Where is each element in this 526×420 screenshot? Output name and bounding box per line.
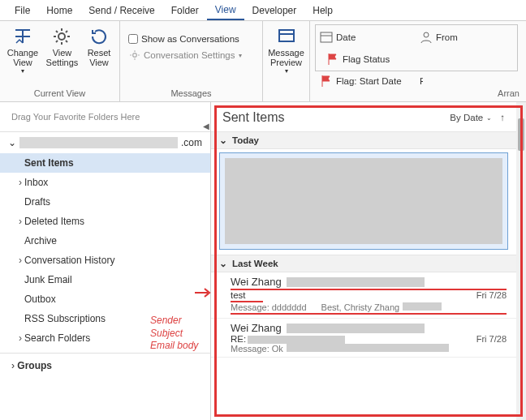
- flag-icon: [326, 53, 339, 66]
- sort-control[interactable]: By Date ⌄ ↑: [450, 113, 505, 122]
- show-conversations-checkbox[interactable]: Show as Conversations: [125, 32, 257, 45]
- gear-icon: [129, 49, 140, 61]
- redacted: [287, 344, 449, 352]
- flag-icon: [320, 75, 333, 88]
- annotation-labels: Sender Subject Email body: [150, 315, 198, 353]
- svg-point-4: [424, 32, 429, 37]
- menu-help[interactable]: Help: [304, 2, 341, 19]
- scrollbar-thumb[interactable]: [518, 118, 524, 151]
- menu-file[interactable]: File: [6, 2, 38, 19]
- folder-deleted[interactable]: ›Deleted Items: [0, 212, 210, 231]
- reset-view-button[interactable]: Reset View: [84, 24, 114, 87]
- chevron-down-icon: ⌄: [8, 137, 16, 148]
- gear-icon: [52, 27, 71, 46]
- view-settings-button[interactable]: View Settings: [44, 24, 80, 87]
- annotation-arrow-icon: [195, 287, 213, 298]
- calendar-icon: [320, 31, 333, 44]
- folder-drafts[interactable]: Drafts: [0, 192, 210, 212]
- message-list: Sent Items By Date ⌄ ↑ ⌄ Today ⌄ Last We…: [211, 102, 516, 420]
- redacted-content: [225, 158, 502, 244]
- message-item-selected[interactable]: [219, 152, 508, 250]
- collapse-handle[interactable]: ◀: [203, 122, 211, 130]
- favorites-placeholder[interactable]: Drag Your Favorite Folders Here: [0, 102, 210, 132]
- folder-archive[interactable]: Archive: [0, 231, 210, 251]
- message-preview: Message: Ok: [231, 344, 507, 354]
- message-preview: Message: ddddddd Best, Christy Zhang: [231, 302, 507, 312]
- menu-developer[interactable]: Developer: [244, 2, 305, 19]
- message-item[interactable]: Wei Zhang RE:Fri 7/28 Message: Ok: [211, 319, 516, 358]
- folder-inbox[interactable]: ›Inbox: [0, 173, 210, 192]
- redacted: [403, 302, 442, 311]
- reset-icon: [89, 27, 109, 46]
- message-sender: Wei Zhang: [231, 322, 282, 334]
- group-last-week[interactable]: ⌄ Last Week: [211, 255, 516, 272]
- ribbon: Change View ▾ View Settings Reset View C…: [0, 21, 526, 102]
- svg-point-1: [133, 54, 137, 58]
- group-label-arrangement: Arran: [315, 87, 521, 98]
- arrangement-gallery[interactable]: Date From To Flag Status Flag: Start Dat…: [315, 24, 518, 71]
- conversation-settings-button[interactable]: Conversation Settings ▾: [125, 47, 257, 63]
- message-date: Fri 7/28: [476, 334, 507, 344]
- group-today[interactable]: ⌄ Today: [211, 131, 516, 149]
- message-preview-button[interactable]: Message Preview ▾: [268, 24, 304, 96]
- svg-rect-2: [279, 30, 294, 41]
- chevron-down-icon: ▾: [239, 52, 242, 59]
- account-header[interactable]: ⌄ .com: [0, 132, 210, 153]
- menu-bar: File Home Send / Receive Folder View Dev…: [0, 0, 526, 21]
- chevron-down-icon: ⌄: [486, 114, 492, 122]
- folder-conv-history[interactable]: ›Conversation History: [0, 251, 210, 270]
- groups-header[interactable]: › Groups: [0, 354, 210, 376]
- redacted: [287, 324, 425, 333]
- menu-send-receive[interactable]: Send / Receive: [80, 2, 162, 19]
- list-title: Sent Items: [222, 110, 450, 125]
- chevron-right-icon: ›: [16, 255, 24, 266]
- svg-rect-3: [321, 32, 332, 42]
- person-icon: [420, 31, 433, 44]
- chevron-down-icon: ▾: [285, 67, 288, 75]
- chevron-down-icon: ⌄: [219, 135, 227, 146]
- arrange-date[interactable]: Date: [317, 26, 416, 48]
- chevron-down-icon: ▾: [21, 67, 24, 75]
- message-subject: test: [231, 290, 476, 300]
- message-subject: RE:: [231, 334, 476, 344]
- redacted: [287, 277, 425, 287]
- menu-home[interactable]: Home: [38, 2, 80, 19]
- folder-junk[interactable]: Junk Email: [0, 270, 210, 289]
- chevron-right-icon: ›: [16, 177, 24, 188]
- menu-folder[interactable]: Folder: [163, 2, 207, 19]
- message-sender: Wei Zhang: [231, 276, 282, 288]
- arrange-to[interactable]: To: [317, 48, 323, 70]
- message-item[interactable]: Wei Zhang testFri 7/28 Message: ddddddd …: [211, 272, 516, 319]
- change-view-icon: [13, 27, 32, 46]
- scrollbar[interactable]: [516, 102, 526, 420]
- svg-point-0: [58, 33, 65, 40]
- folder-pane: ◀ Drag Your Favorite Folders Here ⌄ .com…: [0, 102, 211, 420]
- sort-direction-icon[interactable]: ↑: [500, 113, 505, 122]
- arrange-flag-status[interactable]: Flag Status: [323, 48, 423, 70]
- preview-icon: [277, 27, 296, 46]
- message-date: Fri 7/28: [476, 290, 507, 300]
- folder-sent-items[interactable]: Sent Items: [0, 153, 210, 173]
- chevron-right-icon: ›: [16, 332, 24, 344]
- arrange-from[interactable]: From: [416, 26, 516, 48]
- redacted-account: [19, 137, 178, 148]
- group-label-messages: Messages: [125, 87, 257, 98]
- change-view-button[interactable]: Change View ▾: [5, 24, 41, 87]
- chevron-right-icon: ›: [16, 216, 24, 227]
- chevron-down-icon: ⌄: [219, 258, 227, 269]
- group-label-current-view: Current View: [5, 87, 114, 98]
- folder-outbox[interactable]: Outbox: [0, 289, 210, 309]
- menu-view[interactable]: View: [207, 1, 244, 20]
